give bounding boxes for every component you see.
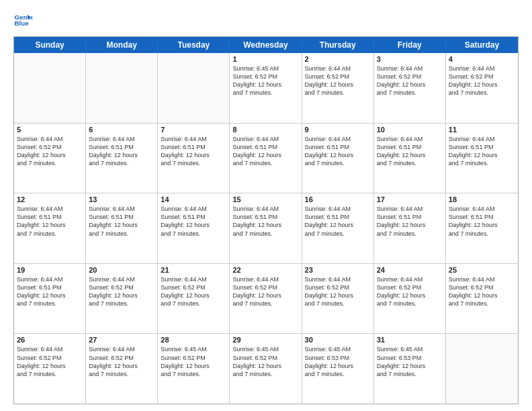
day-cell-4: 4Sunrise: 6:44 AM Sunset: 6:52 PM Daylig… bbox=[446, 53, 518, 123]
day-info: Sunrise: 6:44 AM Sunset: 6:52 PM Dayligh… bbox=[449, 275, 515, 308]
day-cell-27: 27Sunrise: 6:44 AM Sunset: 6:52 PM Dayli… bbox=[86, 334, 158, 404]
day-info: Sunrise: 6:44 AM Sunset: 6:52 PM Dayligh… bbox=[17, 345, 83, 378]
day-cell-3: 3Sunrise: 6:44 AM Sunset: 6:52 PM Daylig… bbox=[374, 53, 446, 123]
day-number: 26 bbox=[17, 336, 83, 344]
day-info: Sunrise: 6:44 AM Sunset: 6:52 PM Dayligh… bbox=[161, 275, 226, 308]
day-info: Sunrise: 6:44 AM Sunset: 6:52 PM Dayligh… bbox=[377, 275, 443, 308]
day-info: Sunrise: 6:45 AM Sunset: 6:52 PM Dayligh… bbox=[232, 64, 298, 97]
day-number: 28 bbox=[161, 336, 226, 344]
day-info: Sunrise: 6:44 AM Sunset: 6:51 PM Dayligh… bbox=[232, 135, 298, 168]
day-number: 5 bbox=[17, 126, 83, 134]
day-number: 9 bbox=[305, 126, 371, 134]
day-info: Sunrise: 6:44 AM Sunset: 6:51 PM Dayligh… bbox=[17, 275, 83, 308]
day-cell-18: 18Sunrise: 6:44 AM Sunset: 6:51 PM Dayli… bbox=[446, 193, 518, 263]
empty-cell bbox=[14, 53, 86, 123]
day-cell-5: 5Sunrise: 6:44 AM Sunset: 6:52 PM Daylig… bbox=[14, 124, 86, 193]
day-info: Sunrise: 6:44 AM Sunset: 6:52 PM Dayligh… bbox=[305, 275, 371, 308]
day-cell-19: 19Sunrise: 6:44 AM Sunset: 6:51 PM Dayli… bbox=[14, 264, 86, 334]
day-cell-14: 14Sunrise: 6:44 AM Sunset: 6:51 PM Dayli… bbox=[158, 193, 230, 263]
day-cell-22: 22Sunrise: 6:44 AM Sunset: 6:52 PM Dayli… bbox=[230, 264, 302, 334]
day-number: 19 bbox=[17, 266, 83, 274]
header-day-thursday: Thursday bbox=[302, 37, 374, 53]
day-info: Sunrise: 6:44 AM Sunset: 6:51 PM Dayligh… bbox=[89, 205, 154, 238]
day-number: 15 bbox=[232, 195, 298, 203]
day-cell-13: 13Sunrise: 6:44 AM Sunset: 6:51 PM Dayli… bbox=[86, 193, 158, 263]
header-day-monday: Monday bbox=[86, 37, 158, 53]
day-cell-20: 20Sunrise: 6:44 AM Sunset: 6:52 PM Dayli… bbox=[86, 264, 158, 334]
week-row-5: 26Sunrise: 6:44 AM Sunset: 6:52 PM Dayli… bbox=[14, 334, 518, 404]
day-cell-11: 11Sunrise: 6:44 AM Sunset: 6:51 PM Dayli… bbox=[446, 124, 518, 193]
day-info: Sunrise: 6:44 AM Sunset: 6:52 PM Dayligh… bbox=[305, 64, 371, 97]
header-day-sunday: Sunday bbox=[14, 37, 86, 53]
day-info: Sunrise: 6:45 AM Sunset: 6:53 PM Dayligh… bbox=[377, 345, 443, 378]
day-cell-6: 6Sunrise: 6:44 AM Sunset: 6:51 PM Daylig… bbox=[86, 124, 158, 193]
day-number: 14 bbox=[161, 195, 226, 203]
calendar-header: SundayMondayTuesdayWednesdayThursdayFrid… bbox=[14, 37, 518, 53]
day-cell-25: 25Sunrise: 6:44 AM Sunset: 6:52 PM Dayli… bbox=[446, 264, 518, 334]
day-number: 18 bbox=[449, 195, 515, 203]
day-cell-16: 16Sunrise: 6:44 AM Sunset: 6:51 PM Dayli… bbox=[302, 193, 374, 263]
empty-cell bbox=[158, 53, 230, 123]
day-info: Sunrise: 6:44 AM Sunset: 6:52 PM Dayligh… bbox=[232, 275, 298, 308]
day-info: Sunrise: 6:44 AM Sunset: 6:51 PM Dayligh… bbox=[17, 205, 83, 238]
day-info: Sunrise: 6:45 AM Sunset: 6:52 PM Dayligh… bbox=[232, 345, 298, 378]
svg-text:Blue: Blue bbox=[14, 19, 29, 27]
day-cell-1: 1Sunrise: 6:45 AM Sunset: 6:52 PM Daylig… bbox=[230, 53, 302, 123]
day-cell-29: 29Sunrise: 6:45 AM Sunset: 6:52 PM Dayli… bbox=[230, 334, 302, 404]
day-info: Sunrise: 6:44 AM Sunset: 6:51 PM Dayligh… bbox=[377, 205, 443, 238]
header-day-saturday: Saturday bbox=[446, 37, 518, 53]
day-number: 22 bbox=[232, 266, 298, 274]
header-day-friday: Friday bbox=[374, 37, 446, 53]
day-info: Sunrise: 6:44 AM Sunset: 6:51 PM Dayligh… bbox=[89, 135, 154, 168]
day-number: 16 bbox=[305, 195, 371, 203]
week-row-1: 1Sunrise: 6:45 AM Sunset: 6:52 PM Daylig… bbox=[14, 53, 518, 124]
day-number: 30 bbox=[305, 336, 371, 344]
day-cell-31: 31Sunrise: 6:45 AM Sunset: 6:53 PM Dayli… bbox=[374, 334, 446, 404]
logo-icon: General Blue bbox=[13, 11, 32, 30]
day-info: Sunrise: 6:44 AM Sunset: 6:51 PM Dayligh… bbox=[305, 205, 371, 238]
day-number: 29 bbox=[232, 336, 298, 344]
day-info: Sunrise: 6:44 AM Sunset: 6:51 PM Dayligh… bbox=[161, 205, 226, 238]
day-cell-15: 15Sunrise: 6:44 AM Sunset: 6:51 PM Dayli… bbox=[230, 193, 302, 263]
page-header: General Blue bbox=[13, 11, 519, 30]
day-cell-7: 7Sunrise: 6:44 AM Sunset: 6:51 PM Daylig… bbox=[158, 124, 230, 193]
week-row-4: 19Sunrise: 6:44 AM Sunset: 6:51 PM Dayli… bbox=[14, 264, 518, 334]
day-cell-21: 21Sunrise: 6:44 AM Sunset: 6:52 PM Dayli… bbox=[158, 264, 230, 334]
day-number: 8 bbox=[232, 126, 298, 134]
day-cell-17: 17Sunrise: 6:44 AM Sunset: 6:51 PM Dayli… bbox=[374, 193, 446, 263]
day-number: 12 bbox=[17, 195, 83, 203]
day-info: Sunrise: 6:44 AM Sunset: 6:51 PM Dayligh… bbox=[305, 135, 371, 168]
day-info: Sunrise: 6:44 AM Sunset: 6:51 PM Dayligh… bbox=[377, 135, 443, 168]
day-number: 21 bbox=[161, 266, 226, 274]
calendar-body: 1Sunrise: 6:45 AM Sunset: 6:52 PM Daylig… bbox=[14, 53, 518, 404]
week-row-2: 5Sunrise: 6:44 AM Sunset: 6:52 PM Daylig… bbox=[14, 124, 518, 194]
day-number: 6 bbox=[89, 126, 154, 134]
day-info: Sunrise: 6:44 AM Sunset: 6:52 PM Dayligh… bbox=[449, 64, 515, 97]
day-info: Sunrise: 6:44 AM Sunset: 6:51 PM Dayligh… bbox=[449, 135, 515, 168]
day-number: 10 bbox=[377, 126, 443, 134]
day-info: Sunrise: 6:44 AM Sunset: 6:51 PM Dayligh… bbox=[449, 205, 515, 238]
empty-cell bbox=[446, 334, 518, 404]
day-cell-23: 23Sunrise: 6:44 AM Sunset: 6:52 PM Dayli… bbox=[302, 264, 374, 334]
day-number: 20 bbox=[89, 266, 154, 274]
day-cell-2: 2Sunrise: 6:44 AM Sunset: 6:52 PM Daylig… bbox=[302, 53, 374, 123]
day-info: Sunrise: 6:44 AM Sunset: 6:52 PM Dayligh… bbox=[377, 64, 443, 97]
empty-cell bbox=[86, 53, 158, 123]
day-cell-28: 28Sunrise: 6:45 AM Sunset: 6:52 PM Dayli… bbox=[158, 334, 230, 404]
header-day-wednesday: Wednesday bbox=[230, 37, 302, 53]
day-info: Sunrise: 6:44 AM Sunset: 6:51 PM Dayligh… bbox=[161, 135, 226, 168]
day-number: 7 bbox=[161, 126, 226, 134]
header-day-tuesday: Tuesday bbox=[158, 37, 230, 53]
day-cell-26: 26Sunrise: 6:44 AM Sunset: 6:52 PM Dayli… bbox=[14, 334, 86, 404]
day-info: Sunrise: 6:44 AM Sunset: 6:52 PM Dayligh… bbox=[89, 345, 154, 378]
day-number: 1 bbox=[232, 55, 298, 63]
day-cell-30: 30Sunrise: 6:45 AM Sunset: 6:53 PM Dayli… bbox=[302, 334, 374, 404]
calendar: SundayMondayTuesdayWednesdayThursdayFrid… bbox=[13, 36, 519, 404]
day-info: Sunrise: 6:44 AM Sunset: 6:51 PM Dayligh… bbox=[232, 205, 298, 238]
day-number: 24 bbox=[377, 266, 443, 274]
day-number: 25 bbox=[449, 266, 515, 274]
day-info: Sunrise: 6:44 AM Sunset: 6:52 PM Dayligh… bbox=[17, 135, 83, 168]
day-number: 13 bbox=[89, 195, 154, 203]
day-cell-10: 10Sunrise: 6:44 AM Sunset: 6:51 PM Dayli… bbox=[374, 124, 446, 193]
day-cell-12: 12Sunrise: 6:44 AM Sunset: 6:51 PM Dayli… bbox=[14, 193, 86, 263]
